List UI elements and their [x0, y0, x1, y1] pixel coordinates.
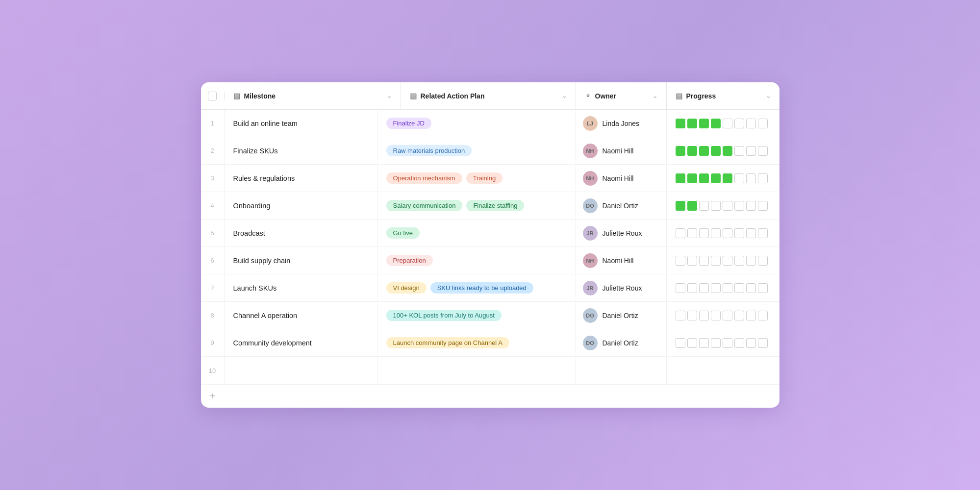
- progress-box[interactable]: [699, 283, 709, 293]
- progress-box[interactable]: [758, 256, 768, 266]
- milestone-cell[interactable]: Rules & regulations: [225, 165, 377, 192]
- progress-box[interactable]: [676, 119, 685, 128]
- milestone-cell[interactable]: Build an online team: [225, 110, 377, 137]
- progress-box[interactable]: [723, 146, 732, 156]
- action-tag[interactable]: Go live: [386, 227, 420, 239]
- progress-box[interactable]: [758, 201, 768, 211]
- progress-box[interactable]: [676, 338, 685, 348]
- progress-box[interactable]: [711, 338, 721, 348]
- progress-box[interactable]: [746, 146, 756, 156]
- progress-box[interactable]: [687, 256, 697, 266]
- progress-box[interactable]: [687, 338, 697, 348]
- progress-header[interactable]: ▤ Progress ⌄: [667, 82, 779, 109]
- progress-box[interactable]: [699, 311, 709, 320]
- progress-box[interactable]: [699, 201, 709, 211]
- action-tag[interactable]: Raw materials production: [386, 145, 472, 156]
- select-all-checkbox[interactable]: [208, 92, 217, 100]
- progress-box[interactable]: [723, 256, 732, 266]
- progress-box[interactable]: [746, 119, 756, 128]
- progress-box[interactable]: [734, 228, 744, 238]
- action-tag[interactable]: Launch community page on Channel A: [386, 337, 509, 348]
- progress-box[interactable]: [734, 311, 744, 320]
- milestone-cell[interactable]: Finalize SKUs: [225, 137, 377, 164]
- progress-box[interactable]: [676, 311, 685, 320]
- progress-box[interactable]: [699, 173, 709, 183]
- action-plan-header[interactable]: ▤ Related Action Plan ⌄: [401, 82, 576, 109]
- progress-box[interactable]: [687, 146, 697, 156]
- action-tag[interactable]: VI design: [386, 282, 427, 294]
- progress-box[interactable]: [711, 201, 721, 211]
- milestone-cell[interactable]: Community development: [225, 329, 377, 356]
- progress-box[interactable]: [758, 283, 768, 293]
- action-tag[interactable]: Preparation: [386, 255, 433, 266]
- progress-box[interactable]: [746, 256, 756, 266]
- milestone-header[interactable]: ▤ Milestone ⌄: [225, 82, 401, 109]
- progress-box[interactable]: [734, 146, 744, 156]
- progress-box[interactable]: [711, 119, 721, 128]
- action-tag[interactable]: 100+ KOL posts from July to August: [386, 310, 502, 321]
- progress-box[interactable]: [699, 256, 709, 266]
- progress-box[interactable]: [734, 283, 744, 293]
- action-tag[interactable]: Finalize staffing: [466, 200, 524, 211]
- progress-box[interactable]: [687, 311, 697, 320]
- progress-box[interactable]: [746, 201, 756, 211]
- milestone-cell[interactable]: Onboarding: [225, 192, 377, 219]
- milestone-cell[interactable]: [225, 357, 377, 384]
- progress-box[interactable]: [676, 201, 685, 211]
- progress-box[interactable]: [687, 283, 697, 293]
- progress-box[interactable]: [676, 256, 685, 266]
- progress-box[interactable]: [723, 311, 732, 320]
- add-row-button[interactable]: +: [201, 384, 779, 408]
- progress-box[interactable]: [711, 146, 721, 156]
- progress-box[interactable]: [699, 119, 709, 128]
- progress-box[interactable]: [746, 173, 756, 183]
- progress-box[interactable]: [746, 283, 756, 293]
- owner-header[interactable]: ⚬ Owner ⌄: [576, 82, 667, 109]
- progress-box[interactable]: [758, 228, 768, 238]
- progress-box[interactable]: [758, 311, 768, 320]
- action-tag[interactable]: Finalize JD: [386, 118, 431, 129]
- progress-box[interactable]: [687, 228, 697, 238]
- progress-box[interactable]: [746, 228, 756, 238]
- progress-box[interactable]: [746, 338, 756, 348]
- progress-box[interactable]: [723, 228, 732, 238]
- progress-box[interactable]: [734, 338, 744, 348]
- action-tag[interactable]: Training: [466, 172, 503, 184]
- milestone-cell[interactable]: Launch SKUs: [225, 274, 377, 301]
- progress-box[interactable]: [758, 119, 768, 128]
- progress-box[interactable]: [676, 283, 685, 293]
- progress-box[interactable]: [699, 146, 709, 156]
- progress-box[interactable]: [723, 283, 732, 293]
- progress-box[interactable]: [687, 201, 697, 211]
- progress-box[interactable]: [711, 173, 721, 183]
- progress-box[interactable]: [699, 228, 709, 238]
- milestone-cell[interactable]: Build supply chain: [225, 247, 377, 274]
- progress-box[interactable]: [676, 146, 685, 156]
- progress-box[interactable]: [687, 119, 697, 128]
- progress-box[interactable]: [734, 119, 744, 128]
- progress-box[interactable]: [676, 173, 685, 183]
- progress-box[interactable]: [723, 119, 732, 128]
- progress-box[interactable]: [758, 173, 768, 183]
- action-tag[interactable]: Salary communication: [386, 200, 463, 211]
- progress-box[interactable]: [734, 256, 744, 266]
- progress-box[interactable]: [723, 173, 732, 183]
- progress-box[interactable]: [711, 311, 721, 320]
- milestone-cell[interactable]: Broadcast: [225, 220, 377, 246]
- progress-box[interactable]: [711, 256, 721, 266]
- action-tag[interactable]: SKU links ready to be uploaded: [430, 282, 533, 294]
- progress-box[interactable]: [723, 201, 732, 211]
- progress-box[interactable]: [746, 311, 756, 320]
- progress-box[interactable]: [711, 228, 721, 238]
- progress-box[interactable]: [687, 173, 697, 183]
- action-tag[interactable]: Operation mechanism: [386, 172, 462, 184]
- progress-box[interactable]: [723, 338, 732, 348]
- progress-box[interactable]: [699, 338, 709, 348]
- progress-box[interactable]: [676, 228, 685, 238]
- progress-box[interactable]: [758, 338, 768, 348]
- milestone-cell[interactable]: Channel A operation: [225, 302, 377, 329]
- progress-box[interactable]: [734, 173, 744, 183]
- progress-box[interactable]: [711, 283, 721, 293]
- progress-box[interactable]: [758, 146, 768, 156]
- progress-box[interactable]: [734, 201, 744, 211]
